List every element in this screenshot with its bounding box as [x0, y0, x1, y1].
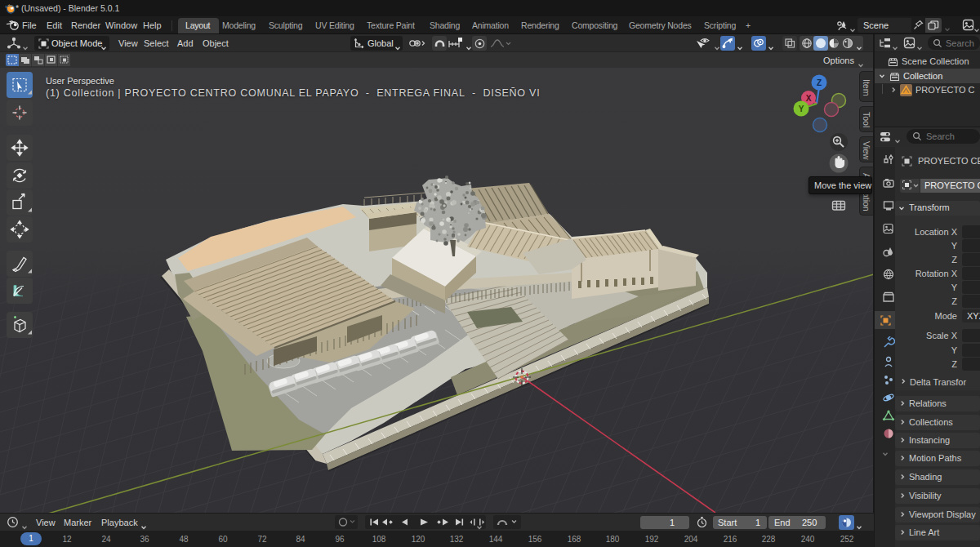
svg-text:X: X	[806, 94, 812, 103]
svg-text:Z: Z	[817, 78, 822, 87]
svg-text:Y: Y	[799, 105, 804, 113]
